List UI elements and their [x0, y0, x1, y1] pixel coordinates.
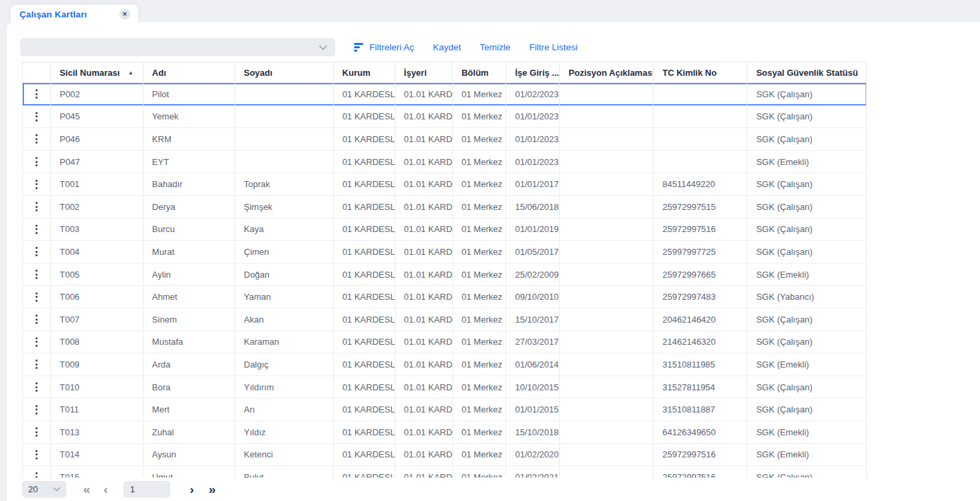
chevron-down-icon [319, 45, 327, 50]
table-row[interactable]: T003BurcuKaya01 KARDESLE01.01 KARDE01 Me… [22, 219, 867, 241]
table-row[interactable]: T007SinemAkan01 KARDESLE01.01 KARDE01 Me… [22, 309, 867, 331]
cell-tc: 25972997483 [654, 286, 747, 308]
table-row[interactable]: T011MertArı01 KARDESLE01.01 KARDE01 Merk… [22, 398, 867, 421]
cell-soyadi [235, 151, 334, 173]
page-size-select[interactable]: 20 [22, 481, 66, 498]
save-filter-button[interactable]: Kaydet [433, 42, 461, 52]
table-row[interactable]: T015UmutBulut01 KARDESLE01.01 KARDE01 Me… [22, 466, 867, 478]
cell-sicil: T003 [51, 219, 143, 241]
cell-tc: 25972997665 [654, 264, 747, 286]
cell-kurum: 01 KARDESLE [334, 264, 395, 286]
sort-asc-icon[interactable]: ▲ [128, 70, 136, 76]
header-tc-kimlik-no[interactable]: TC Kimlik No [654, 62, 747, 83]
header-sosyal-guvenlik-statusu[interactable]: Sosyal Güvenlik Statüsü [747, 62, 867, 83]
table-row[interactable]: T008MustafaKaraman01 KARDESLE01.01 KARDE… [22, 331, 867, 354]
cell-tc: 31510811887 [654, 398, 747, 421]
cell-kurum: 01 KARDESLE [334, 173, 395, 195]
cell-pozisyon [560, 466, 654, 478]
row-menu-button[interactable] [23, 398, 51, 421]
table-row[interactable]: P002Pilot01 KARDESLE01.01 KARDE01 Merkez… [22, 83, 867, 106]
clear-filter-button[interactable]: Temizle [480, 42, 511, 52]
cell-ise_giris: 01/01/2019 [506, 219, 560, 241]
table-row[interactable]: T002DeryaŞimşek01 KARDESLE01.01 KARDE01 … [22, 196, 867, 219]
cell-soyadi: Yaman [235, 286, 334, 308]
cell-tc [654, 151, 747, 173]
row-menu-button[interactable] [23, 444, 51, 466]
row-menu-button[interactable] [23, 196, 51, 218]
cell-sicil: P002 [51, 83, 143, 105]
cell-isyeri: 01.01 KARDE [395, 264, 453, 286]
kebab-menu-icon [36, 157, 38, 166]
header-adi[interactable]: Adı [143, 62, 235, 83]
row-menu-button[interactable] [23, 219, 51, 241]
open-filters-button[interactable]: Filtreleri Aç [354, 42, 414, 52]
cell-bolum: 01 Merkez [453, 219, 507, 241]
header-kurum[interactable]: Kurum [334, 62, 395, 83]
cell-pozisyon [560, 353, 654, 376]
row-menu-button[interactable] [23, 128, 51, 150]
row-menu-button[interactable] [23, 264, 51, 286]
cell-pozisyon [560, 398, 654, 421]
cell-soyadi: Kaya [235, 219, 334, 241]
header-ise-giris[interactable]: İşe Giriş ... [506, 62, 560, 83]
tab-close-button[interactable]: ✕ [119, 9, 130, 19]
header-isyeri[interactable]: İşyeri [395, 62, 453, 83]
tab-calisan-kartlari[interactable]: Çalışan Kartları ✕ [11, 5, 138, 23]
row-menu-button[interactable] [23, 353, 51, 376]
cell-tc [654, 128, 747, 150]
cell-isyeri: 01.01 KARDE [395, 83, 453, 105]
filter-preset-select[interactable] [20, 38, 335, 56]
cell-kurum: 01 KARDESLE [334, 466, 395, 478]
row-menu-button[interactable] [23, 286, 51, 308]
first-page-button[interactable]: « [76, 483, 97, 496]
cell-adi: Arda [143, 353, 235, 376]
employee-table: Sicil Numarası ▲ Adı Soyadı Kurum İşyeri… [22, 62, 867, 478]
kebab-menu-icon [36, 472, 38, 478]
header-soyadi[interactable]: Soyadı [235, 62, 334, 83]
filter-list-button[interactable]: Filtre Listesi [530, 42, 578, 52]
cell-adi: Yemek [143, 106, 235, 128]
header-bolum[interactable]: Bölüm [452, 62, 506, 83]
row-menu-button[interactable] [23, 376, 51, 398]
cell-adi: Mert [143, 398, 235, 421]
cell-adi: Sinem [143, 309, 235, 331]
cell-pozisyon [560, 151, 654, 173]
row-menu-button[interactable] [23, 241, 51, 263]
last-page-button[interactable]: » [201, 483, 223, 496]
row-menu-button[interactable] [23, 173, 51, 195]
table-row[interactable]: T004MuratÇimen01 KARDESLE01.01 KARDE01 M… [22, 241, 867, 264]
table-row[interactable]: P046KRM01 KARDESLE01.01 KARDE01 Merkez01… [22, 128, 867, 151]
table-row[interactable]: T005AylinDoğan01 KARDESLE01.01 KARDE01 M… [22, 264, 867, 286]
row-menu-button[interactable] [23, 466, 51, 478]
table-row[interactable]: T006AhmetYaman01 KARDESLE01.01 KARDE01 M… [22, 286, 867, 309]
table-row[interactable]: P047EYT01 KARDESLE01.01 KARDE01 Merkez01… [22, 151, 867, 174]
header-sicil-numarasi[interactable]: Sicil Numarası ▲ [51, 62, 143, 83]
row-menu-button[interactable] [23, 83, 51, 105]
prev-page-button[interactable]: ‹ [97, 483, 115, 496]
cell-tc: 31527811954 [654, 376, 747, 398]
kebab-menu-icon [36, 225, 38, 234]
row-menu-button[interactable] [23, 309, 51, 331]
cell-pozisyon [560, 444, 654, 466]
cell-ise_giris: 09/10/2010 [506, 286, 560, 308]
table-row[interactable]: T009ArdaDalgıç01 KARDESLE01.01 KARDE01 M… [22, 353, 867, 376]
row-menu-button[interactable] [23, 421, 51, 443]
table-row[interactable]: T010BoraYıldırım01 KARDESLE01.01 KARDE01… [22, 376, 867, 399]
row-menu-button[interactable] [23, 331, 51, 353]
cell-sicil: T007 [51, 309, 143, 331]
row-menu-button[interactable] [23, 106, 51, 128]
table-row[interactable]: T013ZuhalYıldız01 KARDESLE01.01 KARDE01 … [22, 421, 867, 444]
table-row[interactable]: T001BahadırToprak01 KARDESLE01.01 KARDE0… [22, 173, 867, 196]
kebab-menu-icon [36, 247, 38, 256]
cell-pozisyon [560, 421, 654, 443]
cell-tc: 25972997516 [654, 466, 747, 478]
table-row[interactable]: T014AysunKetenci01 KARDESLE01.01 KARDE01… [22, 444, 867, 467]
row-menu-button[interactable] [23, 151, 51, 173]
table-row[interactable]: P045Yemek01 KARDESLE01.01 KARDE01 Merkez… [22, 106, 867, 129]
header-pozisyon-aciklamasi[interactable]: Pozisyon Açıklaması [560, 62, 654, 83]
kebab-menu-icon [36, 202, 38, 211]
cell-adi: Murat [143, 241, 235, 263]
cell-pozisyon [560, 128, 654, 150]
page-number-input[interactable] [123, 481, 170, 498]
next-page-button[interactable]: › [182, 483, 201, 496]
